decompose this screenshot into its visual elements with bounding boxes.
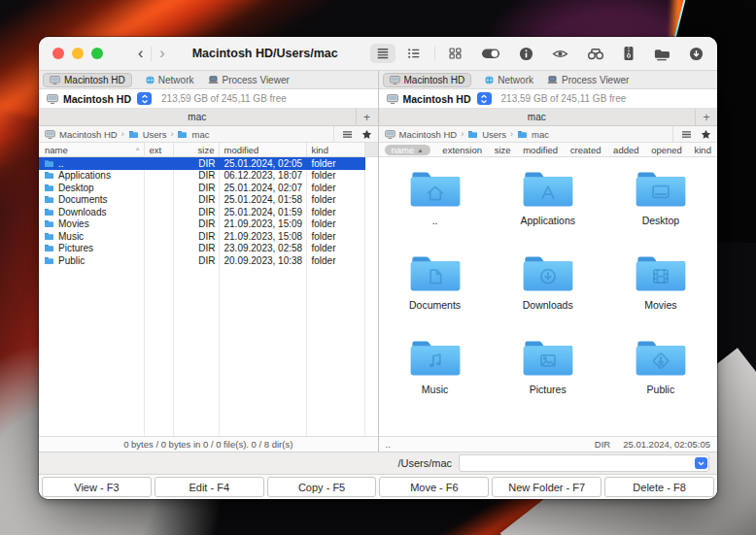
grid-item-parent[interactable]: .. [379,169,492,253]
grid-item-public[interactable]: Public [604,338,717,422]
archive-icon[interactable] [623,46,635,61]
favorite-star-icon[interactable] [701,129,711,140]
breadcrumb-users[interactable]: Users [143,129,167,140]
laptop-icon [208,76,219,84]
right-path-bar: Macintosh HD › Users › mac [379,126,718,143]
grid-item-music[interactable]: Music [379,338,492,422]
zoom-traffic-light[interactable] [91,48,103,59]
copy-f5-button[interactable]: Copy - F5 [267,477,377,497]
file-row-desktop[interactable]: Desktop DIR 25.01.2024, 02:07 folder [39,182,378,194]
breadcrumb-current[interactable]: mac [532,129,549,140]
computer-icon [387,94,398,104]
grid-item-documents[interactable]: Documents [379,253,492,338]
left-path-bar: Macintosh HD › Users › mac [39,126,378,143]
minimize-traffic-light[interactable] [72,48,84,59]
info-icon[interactable] [519,47,533,61]
breadcrumb-root[interactable]: Macintosh HD [399,129,458,140]
volume-tab-process-viewer[interactable]: Process Viewer [208,75,290,85]
search-binoculars-icon[interactable] [587,47,604,60]
left-volume-tabs: Macintosh HD Network Process Viewer [39,71,378,89]
grid-item-desktop[interactable]: Desktop [604,169,717,253]
folder-icon [517,130,528,139]
column-header-opened[interactable]: opened [651,145,682,155]
grid-item-pictures[interactable]: Pictures [492,338,604,422]
column-header-size[interactable]: size [495,145,511,155]
file-row-movies[interactable]: Movies DIR 21.09.2023, 15:09 folder [39,218,378,231]
menu-icon[interactable] [342,130,353,139]
folder-tab-mac[interactable]: mac [379,109,696,125]
column-header-created[interactable]: created [570,145,601,155]
folder-icon [44,208,54,217]
breadcrumb-users[interactable]: Users [482,129,506,140]
file-row-public[interactable]: Public DIR 20.09.2023, 10:38 folder [39,254,378,267]
file-manager-window: ‹ › Macintosh HD/Users/mac [39,37,717,499]
breadcrumb-root[interactable]: Macintosh HD [59,129,118,140]
command-input[interactable] [460,455,695,471]
toolbar [370,44,704,63]
favorite-star-icon[interactable] [361,129,372,140]
column-header-extension[interactable]: extension [442,145,482,155]
new-tab-button[interactable]: + [695,109,717,125]
column-header-ext[interactable]: ext [145,143,174,156]
drive-selector-stepper[interactable] [477,92,492,105]
download-icon[interactable] [689,47,704,61]
grid-item-downloads[interactable]: Downloads [492,253,604,338]
folder-icon [44,232,54,241]
command-history-button[interactable] [695,457,707,469]
column-header-size[interactable]: size [174,143,220,156]
move-f6-button[interactable]: Move - F6 [379,477,489,497]
view-f3-button[interactable]: View - F3 [42,477,152,497]
column-header-modified[interactable]: modified [220,143,307,156]
list-view-icon[interactable] [370,44,395,63]
volume-tab-label: Process Viewer [562,75,629,85]
new-folder-f7-button[interactable]: New Folder - F7 [492,477,601,497]
column-list-view-icon[interactable] [406,47,422,60]
volume-tab-macintosh-hd[interactable]: Macintosh HD [43,73,132,87]
volume-tab-network[interactable]: Network [485,75,533,85]
file-row-parent[interactable]: .. DIR 25.01.2024, 02:05 folder [39,157,378,170]
volume-tab-label: Network [498,75,533,85]
file-row-applications[interactable]: Applications DIR 06.12.2023, 18:07 folde… [39,170,378,183]
volume-tab-macintosh-hd[interactable]: Macintosh HD [383,73,472,87]
selected-item-name: .. [386,439,391,450]
grid-item-label: Pictures [530,384,567,395]
grid-item-label: .. [432,215,438,226]
column-header-name[interactable]: name▲ [385,145,430,155]
column-header-kind[interactable]: kind [307,143,365,156]
volume-tab-label: Network [158,75,194,85]
volume-tab-network[interactable]: Network [146,75,194,85]
edit-f4-button[interactable]: Edit - F4 [155,477,264,497]
computer-icon [385,130,395,139]
grid-item-applications[interactable]: Applications [492,169,604,253]
preview-eye-icon[interactable] [552,48,568,60]
file-row-downloads[interactable]: Downloads DIR 25.01.2024, 01:59 folder [39,206,378,218]
breadcrumb-current[interactable]: mac [191,129,209,140]
back-button[interactable]: ‹ [130,46,151,61]
file-row-documents[interactable]: Documents DIR 25.01.2024, 01:58 folder [39,194,378,207]
column-header-gutter [365,143,378,156]
column-header-name[interactable]: name^ [39,143,145,156]
toggle-icon[interactable] [481,47,500,60]
menu-icon[interactable] [681,130,692,139]
delete-f8-button[interactable]: Delete - F8 [604,477,714,497]
folder-tab-mac[interactable]: mac [39,109,356,125]
grid-item-movies[interactable]: Movies [604,253,717,338]
close-traffic-light[interactable] [52,48,64,59]
column-header-modified[interactable]: modified [523,145,558,155]
toolbar-divider [434,47,435,61]
grid-view-icon[interactable] [448,47,463,60]
drive-selector-stepper[interactable] [137,92,152,105]
free-space-text: 213,59 GB of 245,11 GB free [161,93,287,104]
column-header-added[interactable]: added [613,145,638,155]
file-row-pictures[interactable]: Pictures DIR 23.09.2023, 02:58 folder [39,243,378,255]
file-row-music[interactable]: Music DIR 21.09.2023, 15:08 folder [39,230,378,243]
network-share-icon[interactable] [653,47,670,61]
volume-tab-process-viewer[interactable]: Process Viewer [547,75,629,85]
breadcrumb-separator: › [121,129,124,139]
right-folder-tabbar: mac + [379,109,718,126]
laptop-icon [547,76,558,84]
new-tab-button[interactable]: + [356,109,378,125]
forward-button[interactable]: › [152,46,172,61]
selected-item-modified: 25.01.2024, 02:05:05 [623,439,710,450]
column-header-kind[interactable]: kind [695,145,711,155]
